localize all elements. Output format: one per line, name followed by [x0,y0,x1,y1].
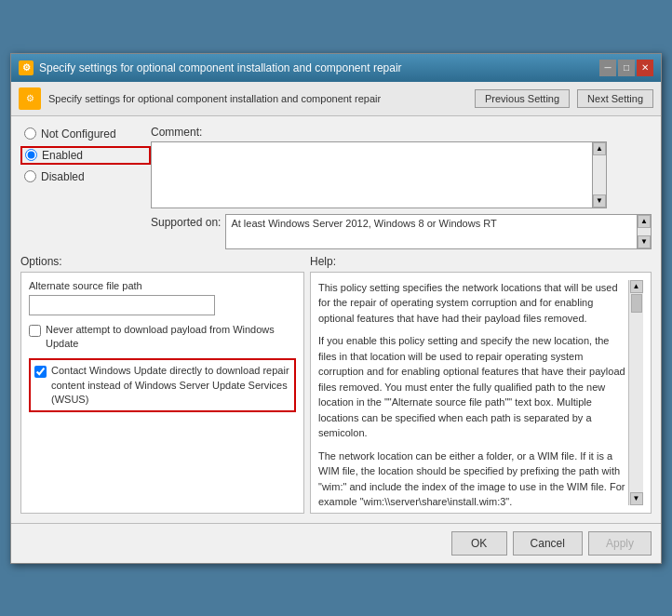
comment-scroll-track [593,155,606,194]
comment-textarea[interactable] [151,141,592,208]
apply-button[interactable]: Apply [588,531,652,556]
toolbar: ⚙ Specify settings for optional componen… [11,82,661,116]
disabled-option[interactable]: Disabled [20,168,151,185]
scroll-up-arrow[interactable]: ▲ [593,142,606,155]
title-bar-left: ⚙ Specify settings for optional componen… [19,60,402,75]
ok-button[interactable]: OK [451,531,507,556]
title-bar: ⚙ Specify settings for optional componen… [11,54,661,82]
help-para-2: If you enable this policy setting and sp… [318,333,628,441]
disabled-label: Disabled [41,170,85,183]
help-scroll-down[interactable]: ▼ [630,492,643,505]
supported-value: At least Windows Server 2012, Windows 8 … [225,214,637,249]
supported-label: Supported on: [151,214,221,229]
close-button[interactable]: ✕ [637,60,653,76]
next-setting-button[interactable]: Next Setting [577,89,653,108]
title-controls: ─ □ ✕ [599,60,653,76]
comment-section: Comment: ▲ ▼ [151,126,652,208]
enabled-label: Enabled [42,149,83,162]
alt-source-input[interactable] [29,295,215,315]
alt-source-label: Alternate source file path [29,280,296,291]
contact-wu-checkbox[interactable] [34,366,47,378]
toolbar-icon: ⚙ [19,87,41,110]
never-attempt-item[interactable]: Never attempt to download payload from W… [29,323,296,352]
radio-group: Not Configured Enabled Disabled [20,126,151,242]
previous-setting-button[interactable]: Previous Setting [475,89,570,108]
enabled-option[interactable]: Enabled [20,146,151,165]
help-text: This policy setting specifies the networ… [318,280,628,505]
comment-label: Comment: [151,126,652,139]
help-scroll-up[interactable]: ▲ [630,280,643,293]
supported-scroll-up[interactable]: ▲ [638,215,651,228]
help-scroll-track [629,293,643,492]
comment-scrollbar: ▲ ▼ [592,141,607,208]
right-fields: Comment: ▲ ▼ Supported on: [151,126,652,249]
supported-scroll-down[interactable]: ▼ [638,235,651,248]
window-title: Specify settings for optional component … [39,61,402,74]
contact-wu-item[interactable]: Contact Windows Update directly to downl… [29,358,296,412]
scroll-down-arrow[interactable]: ▼ [593,194,606,208]
window-icon: ⚙ [19,60,34,75]
help-para-1: This policy setting specifies the networ… [318,280,628,327]
help-scrollbar: ▲ ▼ [628,280,643,505]
maximize-button[interactable]: □ [618,60,635,76]
top-area: Not Configured Enabled Disabled Comment: [20,126,652,249]
disabled-radio[interactable] [24,170,36,182]
contact-wu-label: Contact Windows Update directly to downl… [51,364,290,407]
cancel-button[interactable]: Cancel [513,531,583,556]
help-para-3: The network location can be either a fol… [318,449,628,505]
help-panel: Help: This policy setting specifies the … [310,255,652,514]
main-window: ⚙ Specify settings for optional componen… [10,53,662,564]
help-title: Help: [310,255,652,268]
never-attempt-checkbox[interactable] [29,325,41,337]
supported-section: Supported on: At least Windows Server 20… [151,214,652,249]
not-configured-radio[interactable] [24,127,36,140]
not-configured-option[interactable]: Not Configured [20,126,151,142]
supported-wrapper: At least Windows Server 2012, Windows 8 … [225,214,652,249]
options-title: Options: [20,255,304,268]
options-panel: Options: Alternate source file path Neve… [20,255,304,514]
comment-wrapper: ▲ ▼ [151,141,607,208]
bottom-panels: Options: Alternate source file path Neve… [20,255,652,514]
never-attempt-label: Never attempt to download payload from W… [46,323,296,352]
footer: OK Cancel Apply [11,523,661,563]
supported-scrollbar: ▲ ▼ [637,214,652,249]
options-content: Alternate source file path Never attempt… [20,272,304,514]
supported-row: Supported on: At least Windows Server 20… [151,214,652,249]
enabled-radio[interactable] [25,149,37,161]
help-scroll-thumb[interactable] [631,294,642,313]
not-configured-label: Not Configured [41,127,116,141]
help-content: This policy setting specifies the networ… [310,272,652,514]
minimize-button[interactable]: ─ [599,60,616,76]
main-content: Not Configured Enabled Disabled Comment: [11,116,661,523]
toolbar-title: Specify settings for optional component … [48,93,467,104]
